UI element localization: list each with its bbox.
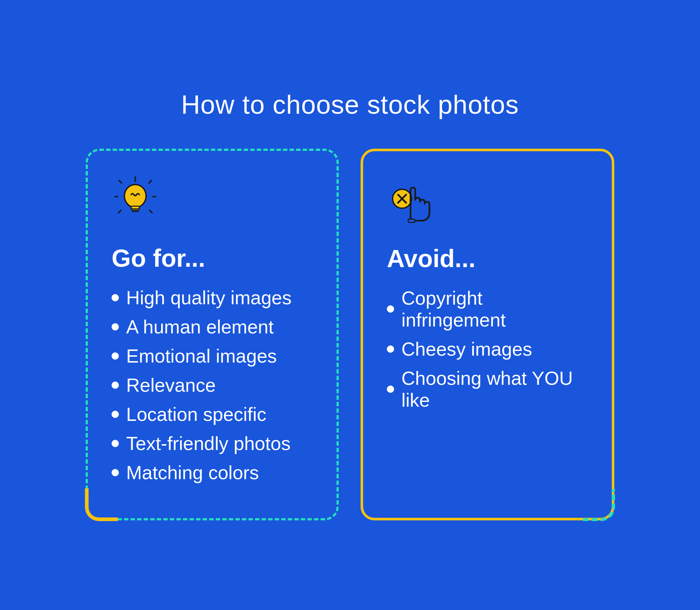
list-item: Relevance (112, 374, 313, 396)
hand-stop-icon (387, 171, 588, 230)
list-item-text: Relevance (126, 374, 216, 396)
bullet-dot (112, 469, 119, 476)
list-item: Choosing what YOU like (387, 367, 588, 411)
list-item-text: High quality images (126, 287, 292, 309)
go-for-list: High quality images A human element Emot… (112, 287, 313, 484)
svg-rect-19 (408, 219, 415, 222)
panels-container: Go for... High quality images A human el… (86, 149, 614, 520)
svg-line-2 (119, 180, 121, 183)
lightbulb-icon (112, 171, 313, 229)
avoid-heading: Avoid... (387, 244, 588, 273)
bullet-dot (112, 440, 119, 447)
list-item: Copyright infringement (387, 287, 588, 331)
list-item: Emotional images (112, 345, 313, 367)
list-item: High quality images (112, 287, 313, 309)
go-for-panel: Go for... High quality images A human el… (86, 149, 339, 520)
list-item: A human element (112, 316, 313, 338)
bullet-dot (112, 382, 119, 389)
page-title: How to choose stock photos (181, 90, 519, 120)
list-item: Location specific (112, 403, 313, 425)
list-item-text: A human element (126, 316, 274, 338)
svg-line-6 (118, 210, 121, 213)
bullet-dot (387, 345, 394, 353)
svg-rect-9 (131, 206, 139, 210)
avoid-panel: Avoid... Copyright infringement Cheesy i… (361, 149, 614, 520)
list-item-text: Matching colors (126, 462, 259, 484)
svg-line-7 (149, 210, 152, 213)
list-item-text: Text-friendly photos (126, 433, 291, 454)
bullet-dot (387, 305, 394, 313)
list-item-text: Cheesy images (401, 338, 532, 360)
bullet-dot (112, 411, 119, 418)
bullet-dot (112, 294, 119, 301)
list-item-text: Location specific (126, 403, 266, 425)
list-item: Matching colors (112, 462, 313, 484)
avoid-list: Copyright infringement Cheesy images Cho… (387, 287, 588, 411)
list-item-text: Emotional images (126, 345, 277, 367)
bullet-dot (112, 352, 119, 360)
list-item-text: Choosing what YOU like (401, 367, 588, 411)
svg-line-3 (149, 180, 151, 183)
bullet-dot (387, 386, 394, 393)
list-item-text: Copyright infringement (401, 287, 588, 331)
list-item: Cheesy images (387, 338, 588, 360)
bullet-dot (112, 323, 119, 331)
list-item: Text-friendly photos (112, 433, 313, 454)
go-for-heading: Go for... (112, 244, 313, 272)
